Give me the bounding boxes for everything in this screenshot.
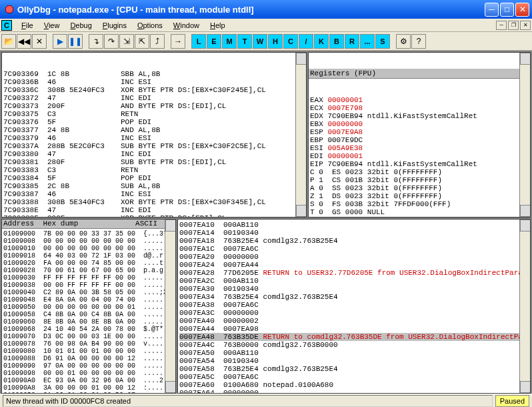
stack-row[interactable]: 0007EA2C 000AB110 xyxy=(179,277,529,285)
stack-row[interactable]: 0007EA24 0007EA44 xyxy=(179,261,529,269)
dump-row[interactable]: 01009068 24 10 40 54 2A 00 78 00 $.@T*.x… xyxy=(3,326,174,333)
view-H-button[interactable]: H xyxy=(268,34,283,49)
disasm-row[interactable]: 7C903381280FSUB BYTE PTR DS:[EDI],CL xyxy=(3,158,305,166)
dump-row[interactable]: 01009008 00 00 00 00 00 00 00 00 .......… xyxy=(3,238,174,245)
hex-dump-pane[interactable]: Address Hex dump ASCII 01009000 7B 00 00… xyxy=(1,219,176,394)
register-line[interactable]: Z 1 DS 0023 32bit 0(FFFFFFFF) xyxy=(310,192,529,200)
register-line[interactable]: P 1 CS 001B 32bit 0(FFFFFFFF) xyxy=(310,176,529,184)
dump-row[interactable]: 01009058 C4 8B 0A 00 C4 8B 0A 00 .......… xyxy=(3,311,174,318)
disasm-row[interactable]: 7C903383C3RETN xyxy=(3,166,305,174)
step-into-button[interactable]: ↴ xyxy=(89,34,103,49)
disasm-row[interactable]: 7C90337946INC ESI xyxy=(3,134,305,142)
stack-row[interactable]: 0007EA40 00000002 xyxy=(179,317,529,325)
dump-row[interactable]: 01009000 7B 00 00 00 33 37 35 00 {...375… xyxy=(3,230,174,238)
menu-view[interactable]: View xyxy=(39,20,65,31)
stack-row[interactable]: 0007EA48 763B35DE RETURN to comdlg32.763… xyxy=(179,333,529,341)
goto-button[interactable]: → xyxy=(171,34,185,49)
dump-row[interactable]: 01009050 00 00 00 00 00 00 00 01 .......… xyxy=(3,304,174,311)
stack-row[interactable]: 0007EA44 0007EA98 xyxy=(179,325,529,333)
disasm-row[interactable]: 7C90338E47INC EDI xyxy=(3,206,305,214)
view-W-button[interactable]: W xyxy=(253,34,267,49)
disasm-row[interactable]: 7C90338F300FXOR BYTE PTR DS:[EDI],CL xyxy=(3,214,305,218)
dump-row[interactable]: 01009018 64 40 03 00 72 1F 03 00 d@..r..… xyxy=(3,252,174,260)
dump-row[interactable]: 01009070 D3 0C 00 00 03 1E 00 00 .......… xyxy=(3,333,174,340)
register-line[interactable]: C 0 ES 0023 32bit 0(FFFFFFFF) xyxy=(310,168,529,176)
dump-row[interactable]: 01009020 FA 00 00 00 74 85 00 00 ....t..… xyxy=(3,260,174,267)
step-over-button[interactable]: ↷ xyxy=(104,34,119,49)
view-M-button[interactable]: M xyxy=(222,34,237,49)
register-line[interactable]: EBX 00000000 xyxy=(310,120,529,128)
stack-row[interactable]: 0007EA34 763B25E4 comdlg32.763B25E4 xyxy=(179,293,529,301)
stack-row[interactable]: 0007EA10 000AB110 xyxy=(179,221,529,229)
mdi-restore-button[interactable]: ❐ xyxy=(508,21,519,30)
stack-row[interactable]: 0007EA4C 763B0000 comdlg32.763B0000 xyxy=(179,341,529,349)
register-line[interactable]: EDI 00000001 xyxy=(310,152,529,160)
restart-button[interactable]: ◀◀ xyxy=(17,34,31,49)
stack-pane[interactable]: 0007EA10 000AB110 0007EA14 00190340 0007… xyxy=(177,219,531,394)
stack-row[interactable]: 0007EA64 00000000 xyxy=(179,389,529,394)
minimize-button[interactable]: ─ xyxy=(485,3,499,17)
view-T-button[interactable]: T xyxy=(237,34,252,49)
mdi-minimize-button[interactable]: ─ xyxy=(496,21,507,30)
stack-row[interactable]: 0007EA3C 00000000 xyxy=(179,309,529,317)
dump-row[interactable]: 01009080 10 01 01 00 01 00 00 00 .......… xyxy=(3,348,174,355)
menu-debug[interactable]: Debug xyxy=(65,20,97,31)
dump-row[interactable]: 01009088 D6 91 0A 00 00 00 00 12 .......… xyxy=(3,355,174,362)
stack-row[interactable]: 0007EA30 00190340 xyxy=(179,285,529,293)
disasm-row[interactable]: 7C90338047INC EDI xyxy=(3,150,305,158)
scrollbar[interactable] xyxy=(165,220,175,393)
stack-row[interactable]: 0007EA54 00190340 xyxy=(179,357,529,365)
disasm-row[interactable]: 7C903375C3RETN xyxy=(3,110,305,118)
execute-till-return-button[interactable]: ⤴ xyxy=(150,34,165,49)
stack-row[interactable]: 0007EA1C 0007EA6C xyxy=(179,245,529,253)
close-button[interactable]: ✕ xyxy=(515,3,529,17)
register-line[interactable]: ECX 0007E798 xyxy=(310,104,529,112)
register-line[interactable]: EBP 0007E9DC xyxy=(310,136,529,144)
dump-row[interactable]: 010090A8 3A 00 00 00 01 00 00 12 :......… xyxy=(3,384,174,392)
stack-row[interactable]: 0007EA38 0007EA6C xyxy=(179,301,529,309)
dump-row[interactable]: 01009090 97 0A 00 00 00 00 00 00 .......… xyxy=(3,362,174,370)
stack-row[interactable]: 0007EA60 0100A680 notepad.0100A680 xyxy=(179,381,529,389)
disasm-row[interactable]: 7C9033845FPOP EDI xyxy=(3,174,305,182)
view-E-button[interactable]: E xyxy=(207,34,221,49)
pause-button[interactable]: ❚❚ xyxy=(68,34,83,49)
disasm-row[interactable]: 7C90336C308B 5E240FC3XOR BYTE PTR DS:[EB… xyxy=(3,86,305,94)
disasm-row[interactable]: 7C90338746INC ESI xyxy=(3,190,305,198)
stack-row[interactable]: 0007EA5C 0007EA6C xyxy=(179,373,529,381)
register-line[interactable]: T 0 GS 0000 NULL xyxy=(310,208,529,216)
cpu-icon[interactable]: C xyxy=(1,20,12,31)
register-line[interactable]: S 0 FS 003B 32bit 7FFDF000(FFF) xyxy=(310,200,529,208)
run-button[interactable]: ▶ xyxy=(53,34,67,49)
register-line[interactable]: EIP 7C90EB94 ntdll.KiFastSystemCallRet xyxy=(310,160,529,168)
dump-row[interactable]: 01009030 FF FF FF FF FF FF 00 00 .......… xyxy=(3,274,174,282)
stack-row[interactable]: 0007EA14 00190340 xyxy=(179,229,529,237)
disassembly-pane[interactable]: 7C9033691C 8BSBB AL,8B7C90336B46INC ESI7… xyxy=(1,52,307,218)
stack-row[interactable]: 0007EA28 77D6205E RETURN to USER32.77D62… xyxy=(179,269,529,277)
dump-row[interactable]: 01009060 8E 8B 0A 00 8E 8B 0A 00 .......… xyxy=(3,318,174,326)
view-R-button[interactable]: R xyxy=(345,34,359,49)
stack-row[interactable]: 0007EA50 000AB110 xyxy=(179,349,529,357)
dump-row[interactable]: 010090B0 0A 96 0A 00 01 00 BC 97 .......… xyxy=(3,392,174,394)
menu-options[interactable]: Options xyxy=(132,20,168,31)
register-line[interactable]: D 0 xyxy=(310,216,529,218)
settings-button[interactable]: ⚙ xyxy=(396,34,411,49)
menu-help[interactable]: Help xyxy=(205,20,231,31)
open-button[interactable]: 📂 xyxy=(1,34,16,49)
menu-window[interactable]: Window xyxy=(168,20,205,31)
view-...-button[interactable]: ... xyxy=(360,34,375,49)
disasm-row[interactable]: 7C9033852C 8BSUB AL,8B xyxy=(3,182,305,190)
dump-row[interactable]: 01009028 70 00 61 00 67 00 65 00 p.a.g.e… xyxy=(3,267,174,274)
registers-pane[interactable]: Registers (FPU) EAX 00000001ECX 0007E798… xyxy=(308,52,531,218)
view-C-button[interactable]: C xyxy=(283,34,298,49)
trace-over-button[interactable]: ⇱ xyxy=(135,34,149,49)
maximize-button[interactable]: □ xyxy=(500,3,514,17)
disasm-row[interactable]: 7C903388308B 5E340FC3XOR BYTE PTR DS:[EB… xyxy=(3,198,305,206)
help-button[interactable]: ? xyxy=(411,34,426,49)
disasm-row[interactable]: 7C90337A288B 5E2C0FC3SUB BYTE PTR DS:[EB… xyxy=(3,142,305,150)
disasm-row[interactable]: 7C903373200FAND BYTE PTR DS:[EDI],CL xyxy=(3,102,305,110)
dump-row[interactable]: 01009038 00 00 FF FF FF FF 00 00 .......… xyxy=(3,282,174,289)
view-B-button[interactable]: B xyxy=(329,34,344,49)
stack-row[interactable]: 0007EA18 763B25E4 comdlg32.763B25E4 xyxy=(179,237,529,245)
stack-row[interactable]: 0007EA58 763B25E4 comdlg32.763B25E4 xyxy=(179,365,529,373)
dump-row[interactable]: 01009040 C2 89 0A 00 3B 58 05 00 ....;X.… xyxy=(3,289,174,296)
